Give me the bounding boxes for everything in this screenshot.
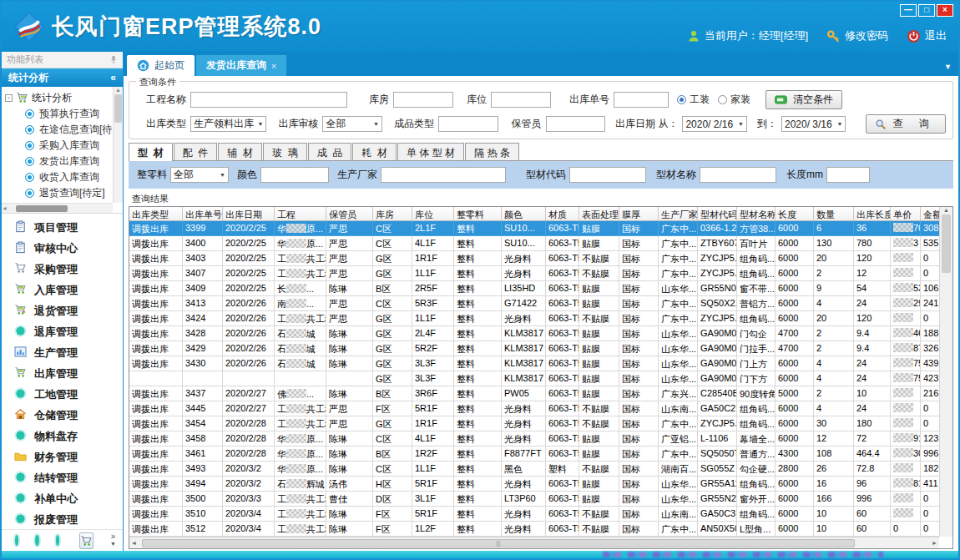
overflow-chevron-icon[interactable]: »▼: [110, 533, 116, 547]
sidebar-item-结转管理[interactable]: 结转管理: [2, 467, 123, 488]
length-input[interactable]: [826, 167, 870, 183]
sidebar-item-退库管理[interactable]: 退库管理: [2, 321, 123, 342]
table-row[interactable]: 调拨出库35122020/3/4工共工程陈琳F区1L2F整料光身料6063-T5…: [129, 522, 952, 537]
sidebar-item-入库管理[interactable]: 入库管理: [2, 280, 123, 300]
table-row[interactable]: 调拨出库34072020/2/25工共工程严思G区1L1F整料光身料6063-T…: [129, 266, 952, 281]
close-button[interactable]: ×: [937, 4, 953, 17]
profile-name-input[interactable]: [700, 167, 776, 183]
product-type-input[interactable]: [438, 116, 498, 132]
project-name-input[interactable]: [190, 92, 347, 108]
column-header-金额[interactable]: 金额: [921, 207, 941, 220]
sidebar-item-生产管理[interactable]: 生产管理: [2, 342, 123, 363]
column-header-颜色[interactable]: 颜色: [502, 207, 546, 220]
date-to-picker[interactable]: 2020/ 3/16▼: [781, 116, 846, 132]
table-row[interactable]: 调拨出库33992020/2/25华原...严思C区2L1F整料SU10...6…: [129, 221, 952, 236]
clear-conditions-button[interactable]: 清空条件: [765, 90, 842, 109]
tree-item-采购入库查询[interactable]: 采购入库查询: [5, 138, 111, 154]
radio-gongzhuang[interactable]: 工装: [677, 93, 710, 107]
table-row[interactable]: 调拨出库34932020/3/2华原...陈琳C区1L1F整料黑色塑料不贴膜国标…: [129, 462, 952, 477]
tree-item-收货入库查询[interactable]: 收货入库查询: [5, 169, 111, 185]
search-button[interactable]: 查 询: [866, 114, 946, 134]
column-header-表面处理[interactable]: 表面处理: [579, 207, 619, 220]
tab-shipping-query[interactable]: 发货出库查询 ×: [196, 55, 286, 76]
material-tab-7[interactable]: 单 体 型 材: [397, 143, 464, 160]
column-header-膜厚[interactable]: 膜厚: [619, 207, 659, 220]
keeper-input[interactable]: [546, 116, 606, 132]
column-header-出库类型[interactable]: 出库类型: [129, 207, 183, 220]
sidebar-item-项目管理[interactable]: 项目管理: [2, 217, 123, 238]
table-row[interactable]: 调拨出库34542020/2/28工共工程严思G区1R1F整料光身料6063-T…: [129, 416, 952, 431]
table-row[interactable]: 调拨出库34092020/2/25长...陈琳B区2R5F整料LI35HD606…: [129, 281, 952, 296]
order-no-input[interactable]: [614, 92, 669, 108]
column-header-保管员[interactable]: 保管员: [326, 207, 373, 220]
column-header-库位[interactable]: 库位: [412, 207, 454, 220]
column-header-型材名称[interactable]: 型材名称: [737, 207, 776, 220]
column-header-出库单号[interactable]: 出库单号: [183, 207, 223, 220]
tree-item-预算执行查询[interactable]: 预算执行查询: [5, 106, 111, 122]
sidebar-item-仓储管理[interactable]: 仓储管理: [2, 405, 123, 426]
material-tab-5[interactable]: 成 品: [308, 143, 352, 160]
sidebar-item-采购管理[interactable]: 采购管理: [2, 259, 123, 280]
column-header-出库长度[interactable]: 出库长度: [854, 207, 891, 220]
material-tab-6[interactable]: 耗 材: [352, 143, 397, 160]
sidebar-item-补单中心[interactable]: 补单中心: [2, 488, 123, 509]
maximize-button[interactable]: □: [918, 4, 935, 17]
grid-vertical-scrollbar[interactable]: ▲: [939, 207, 952, 537]
location-input[interactable]: [491, 92, 551, 108]
tree-item-退货查询[待定][interactable]: 退货查询[待定]: [5, 185, 111, 201]
module-dot-icon[interactable]: [56, 535, 59, 546]
column-header-生产厂家[interactable]: 生产厂家: [659, 207, 698, 220]
table-row[interactable]: 调拨出库34032020/2/25工共工程严思G区1R1F整料光身料6063-T…: [129, 251, 952, 266]
material-tab-4[interactable]: 玻 璃: [263, 143, 307, 160]
section-header-stats[interactable]: 统计分析 «: [2, 68, 123, 87]
change-password-button[interactable]: 修改密码: [826, 28, 888, 43]
maker-input[interactable]: [381, 167, 506, 183]
column-header-单价[interactable]: 单价: [891, 207, 921, 220]
module-dot-icon[interactable]: [35, 535, 38, 546]
sidebar-item-退货管理[interactable]: 退货管理: [2, 300, 123, 321]
sidebar-item-工地管理[interactable]: 工地管理: [2, 384, 123, 405]
grid-horizontal-scrollbar[interactable]: ◄ ||| ►: [129, 537, 939, 548]
tab-close-icon[interactable]: ×: [271, 61, 276, 71]
table-row[interactable]: 调拨出库34132020/2/26南...严思C区5R3F整料G71422606…: [129, 296, 952, 311]
expander-icon[interactable]: -: [5, 94, 13, 102]
warehouse-input[interactable]: [393, 92, 453, 108]
tab-home[interactable]: 起始页: [127, 55, 195, 76]
column-header-型材代码[interactable]: 型材代码: [698, 207, 737, 220]
scroll-right-icon[interactable]: ►: [932, 540, 937, 546]
column-header-库房[interactable]: 库房: [373, 207, 412, 220]
table-row[interactable]: 调拨出库34302020/2/26石城陈琳G区3L3F整料KLM38176063…: [129, 356, 952, 371]
radio-jiazhuang[interactable]: 家装: [718, 93, 750, 107]
scroll-left-icon[interactable]: ◄: [2, 205, 8, 211]
audit-select[interactable]: 全部▼: [322, 116, 382, 132]
scrollbar-thumb[interactable]: |||: [142, 539, 855, 547]
module-dot-icon[interactable]: [15, 535, 18, 546]
column-header-数量[interactable]: 数量: [814, 207, 854, 220]
table-row[interactable]: 调拨出库34942020/3/2石辉城汤伟H区5R1F整料光身料6063-T5贴…: [129, 477, 952, 492]
scroll-up-icon[interactable]: ▲: [114, 87, 123, 93]
column-header-出库日期[interactable]: 出库日期: [223, 207, 275, 220]
column-header-长度[interactable]: 长度: [776, 207, 814, 220]
minimize-button[interactable]: —: [900, 4, 917, 17]
scrollbar-thumb[interactable]: [16, 205, 68, 212]
table-row[interactable]: 调拨出库34612020/2/28华原...陈琳B区1R2F整料F8877FT6…: [129, 446, 952, 462]
sidebar-item-出库管理[interactable]: 出库管理: [2, 363, 123, 384]
tree-horizontal-scrollbar[interactable]: ◄: [2, 203, 113, 213]
sidebar-item-财务管理[interactable]: 财务管理: [2, 446, 123, 467]
collapse-icon[interactable]: «: [110, 72, 116, 83]
color-input[interactable]: [260, 167, 329, 183]
table-row[interactable]: G区3L3F整料KLM38176063-T5贴膜国标山东华...GA90M09.…: [129, 371, 952, 386]
column-header-整零料[interactable]: 整零料: [454, 207, 502, 220]
scrollbar-thumb[interactable]: [942, 214, 951, 273]
table-row[interactable]: 调拨出库34242020/2/26工共工程严思G区1L1F整料光身料6063-T…: [129, 311, 952, 326]
sidebar-item-物料盘存[interactable]: 物料盘存: [2, 426, 123, 446]
table-row[interactable]: 调拨出库34372020/2/27佛...陈琳B区3R6F整料PW056063-…: [129, 386, 952, 401]
material-tab-3[interactable]: 辅 材: [218, 143, 262, 160]
module-cart-button[interactable]: [79, 532, 93, 549]
sidebar-item-审核中心[interactable]: 审核中心: [2, 238, 123, 259]
material-tab-2[interactable]: 配 件: [174, 143, 218, 160]
table-row[interactable]: 调拨出库34002020/2/25华原...严思C区4L1F整料SU10...6…: [129, 236, 952, 251]
tree-root-stats[interactable]: - 统计分析: [5, 89, 111, 106]
tree-vertical-scrollbar[interactable]: ▲: [113, 87, 123, 203]
scroll-up-icon[interactable]: ▲: [940, 207, 952, 213]
